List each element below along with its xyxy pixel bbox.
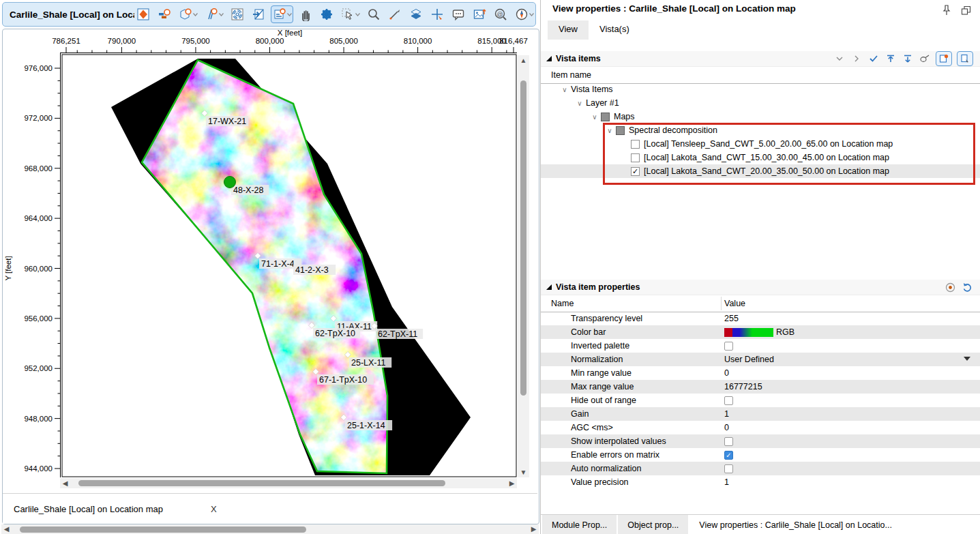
select-mode-icon[interactable] [339,5,361,23]
map-horizontal-scrollbar[interactable]: ◀ ▶ [60,478,517,488]
property-value[interactable]: 0 [724,423,729,432]
scroll-thumb[interactable] [20,526,306,533]
well-symbols-icon[interactable] [155,5,173,23]
well-label[interactable]: 41-2-X-3 [293,265,336,275]
scroll-right-arrow-icon[interactable]: ▶ [529,524,539,534]
tree-item[interactable]: ∨Spectral decomposition [541,123,980,137]
reset-undo-icon[interactable] [961,281,973,293]
tree-item[interactable]: ∨Layer #1 [541,96,980,110]
tree-item[interactable]: ✓[Local] Lakota_Sand_CWT_20.00_35.00_50.… [541,164,980,178]
expander-chevron-icon[interactable]: ∨ [604,127,616,134]
move-down-icon[interactable] [902,53,914,65]
well-marker-producing[interactable] [224,177,236,188]
tab-view[interactable]: View [548,20,589,40]
value-checkbox[interactable] [724,396,733,405]
expander-chevron-icon[interactable]: ∨ [574,100,586,107]
add-location-icon[interactable] [428,5,446,23]
property-value[interactable]: 1 [724,409,729,419]
vista-item-properties-header[interactable]: Vista item properties [541,280,980,295]
bottom-tab[interactable]: Object prop... [618,515,688,534]
send-to-view-icon[interactable] [250,5,267,23]
pin-icon[interactable] [940,4,953,16]
fingerprint-icon[interactable] [228,5,246,23]
dropdown-caret-icon[interactable] [964,357,970,361]
tree-checkbox-unchecked[interactable] [631,153,640,162]
annotation-mode-icon[interactable] [271,5,293,23]
property-value[interactable]: 16777215 [724,382,762,391]
copy-settings-icon[interactable] [957,51,973,66]
layers-icon[interactable] [407,5,425,23]
float-window-icon[interactable] [960,4,972,16]
item-properties-icon[interactable] [936,51,952,66]
cursor-pick-icon[interactable] [386,5,404,23]
tree-checkbox-partial[interactable] [601,113,610,121]
toolbar-icons: @ [134,5,535,23]
value-checkbox[interactable] [724,464,733,473]
scroll-up-arrow-icon[interactable]: ▲ [518,55,529,65]
tree-item[interactable]: ∨Vista Items [541,83,980,96]
property-value[interactable]: 1 [724,477,729,487]
value-checkbox[interactable] [724,437,733,446]
tree-checkbox-checked[interactable]: ✓ [631,167,640,176]
scroll-left-arrow-icon[interactable]: ◀ [60,478,70,488]
location-map[interactable]: 786,251790,000795,000800,000805,000810,0… [0,0,541,534]
collapse-triangle-icon [546,284,552,290]
well-label[interactable]: 67-1-TpX-10 [317,374,374,385]
property-name: Show interpolated values [571,436,666,446]
scroll-left-arrow-icon[interactable]: ◀ [1,524,12,534]
scroll-down-arrow-icon[interactable]: ▼ [518,467,529,477]
bottom-tab[interactable]: Module Prop... [542,515,617,534]
pane-horizontal-scrollbar[interactable]: ◀ ▶ [1,524,539,534]
target-icon[interactable] [944,281,956,293]
well-label[interactable]: 17-WX-21 [206,116,248,126]
move-up-icon[interactable] [885,53,897,65]
x-tick-label: 795,000 [181,37,210,45]
svg-text:62-TpX-10: 62-TpX-10 [315,329,355,338]
well-label[interactable]: 48-X-28 [231,185,269,195]
expand-all-icon[interactable] [850,53,863,65]
zoom-icon[interactable] [365,5,383,23]
expander-chevron-icon[interactable]: ∨ [589,113,601,121]
map-picker-icon[interactable] [177,5,199,23]
chevron-down-icon [218,13,224,16]
pointer-icon[interactable] [919,53,931,65]
well-picker-icon[interactable] [203,5,225,23]
collapse-all-icon[interactable] [833,53,846,65]
tab-close-icon[interactable]: X [211,504,217,514]
property-value[interactable]: User Defined [724,355,774,364]
tree-checkbox-partial[interactable] [616,126,625,135]
bottom-tab[interactable]: View properties : Carlile_Shale [Local] … [689,515,902,534]
image-export-icon[interactable] [471,5,488,23]
scroll-right-arrow-icon[interactable]: ▶ [507,478,517,488]
settings-gear-icon[interactable] [318,5,336,23]
colorbar-swatch[interactable] [724,328,773,337]
pan-hand-icon[interactable] [297,5,314,23]
scroll-track[interactable] [70,478,507,488]
scroll-thumb[interactable] [520,80,526,396]
vista-items-header[interactable]: Vista items [541,51,980,67]
value-checkbox[interactable] [724,342,733,351]
fill-map-icon[interactable] [134,5,152,23]
check-items-icon[interactable] [867,53,880,65]
expander-chevron-icon[interactable]: ∨ [559,86,571,93]
tree-item[interactable]: ∨Maps [541,110,980,123]
map-vertical-scrollbar[interactable]: ▲ ▼ [518,55,529,477]
scroll-track[interactable] [12,524,529,534]
compass-icon[interactable] [513,5,535,23]
tree-checkbox-unchecked[interactable] [631,140,640,149]
property-value[interactable]: 0 [724,368,729,378]
well-label[interactable]: 62-TpX-10 [313,328,360,338]
tab-vistas[interactable]: Vista(s) [589,20,640,40]
scroll-track[interactable] [518,65,529,467]
comment-icon[interactable] [449,5,467,23]
tree-item[interactable]: [Local] Lakota_Sand_CWT_15.00_30.00_45.0… [541,151,980,164]
document-tab[interactable]: Carlile_Shale [Local] on Location map [14,504,163,514]
tree-item[interactable]: [Local] Tensleep_Sand_CWT_5.00_20.00_65.… [541,137,980,151]
zoom-location-icon[interactable]: @ [492,5,509,23]
scroll-thumb[interactable] [78,480,445,486]
well-label[interactable]: 62-TpX-11 [376,329,423,339]
well-label[interactable]: 25-1-X-14 [345,420,392,430]
value-checkbox[interactable]: ✓ [724,451,733,460]
well-label[interactable]: 25-LX-11 [349,357,391,368]
property-value[interactable]: 255 [724,314,739,323]
